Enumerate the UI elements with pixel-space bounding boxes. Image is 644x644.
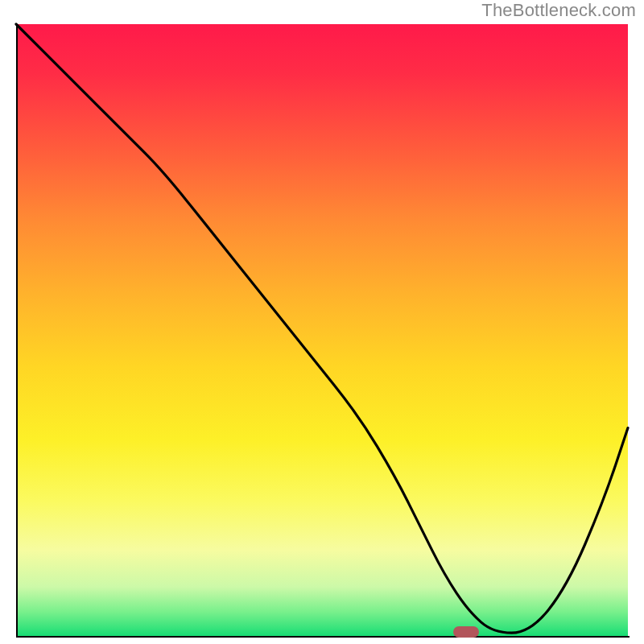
watermark-text: TheBottleneck.com [481,0,636,21]
chart-container: TheBottleneck.com [0,0,644,644]
curve-svg [16,24,628,636]
bottleneck-curve [16,24,628,633]
optimal-point-marker [453,626,479,638]
x-axis [16,636,630,638]
